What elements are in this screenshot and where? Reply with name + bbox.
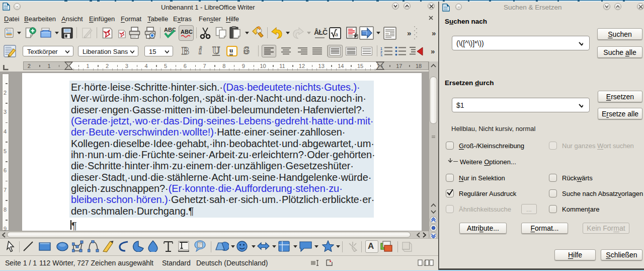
svg-text:1: 1 bbox=[380, 47, 382, 50]
svg-text:ABC: ABC bbox=[181, 29, 193, 35]
svg-text:a: a bbox=[335, 30, 338, 38]
svg-text:3: 3 bbox=[380, 54, 382, 57]
svg-text:*: * bbox=[330, 259, 332, 264]
